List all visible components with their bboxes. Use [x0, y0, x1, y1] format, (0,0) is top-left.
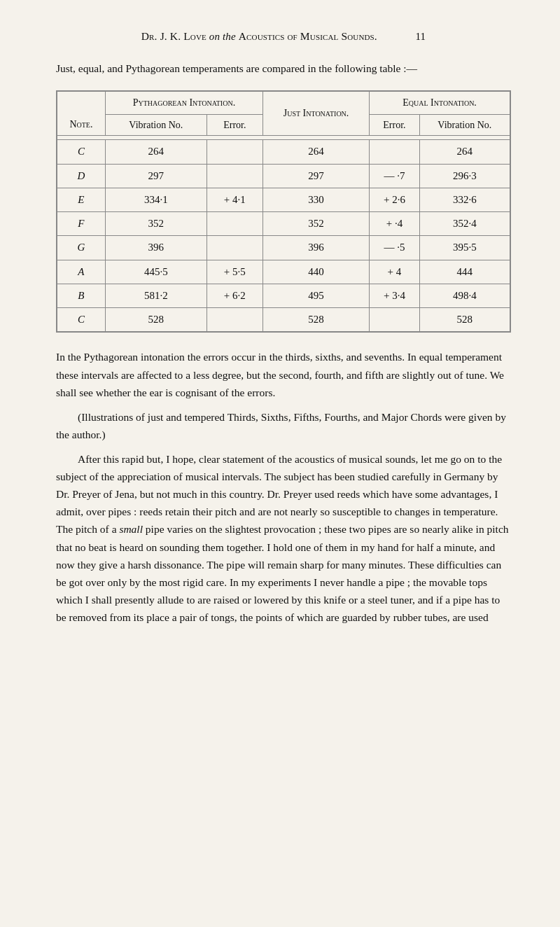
comparison-table: Note. Pythagorean Intonation. Just Inton… — [56, 90, 511, 333]
pyth-vibration-header: Vibration No. — [105, 114, 206, 136]
eq-vib-cell: 444 — [419, 260, 510, 284]
col-pythagorean: Pythagorean Intonation. — [105, 92, 262, 115]
table-row: B 581·2 + 6·2 495 + 3·4 498·4 — [57, 284, 510, 307]
eq-err-cell: + 3·4 — [370, 284, 420, 307]
pyth-error-header: Error. — [206, 114, 262, 136]
eq-vib-cell: 395·5 — [419, 236, 510, 260]
note-cell: F — [57, 212, 106, 236]
paragraph-2: (Illustrations of just and tempered Thir… — [56, 408, 511, 443]
note-cell: G — [57, 236, 106, 260]
eq-err-cell: + ·4 — [370, 212, 420, 236]
paragraph-3: After this rapid but, I hope, clear stat… — [56, 450, 511, 626]
pyth-err-cell — [206, 212, 262, 236]
eq-err-cell: + 2·6 — [370, 188, 420, 211]
pyth-err-cell — [206, 236, 262, 260]
pyth-vib-cell: 264 — [105, 140, 206, 164]
pyth-err-cell — [206, 140, 262, 164]
table-row: A 445·5 + 5·5 440 + 4 444 — [57, 260, 510, 284]
just-vib-cell: 396 — [262, 236, 369, 260]
note-cell: D — [57, 164, 106, 188]
table-row: E 334·1 + 4·1 330 + 2·6 332·6 — [57, 188, 510, 211]
eq-vibration-header: Vibration No. — [419, 114, 510, 136]
intro-paragraph: Just, equal, and Pythagorean temperament… — [56, 60, 511, 78]
pyth-vib-cell: 445·5 — [105, 260, 206, 284]
table-row: F 352 352 + ·4 352·4 — [57, 212, 510, 236]
eq-vib-cell: 528 — [419, 308, 510, 332]
pyth-err-cell: + 6·2 — [206, 284, 262, 307]
pyth-vib-cell: 396 — [105, 236, 206, 260]
page-number: 11 — [416, 31, 426, 42]
note-cell: B — [57, 284, 106, 307]
just-vib-cell: 352 — [262, 212, 369, 236]
eq-vib-cell: 352·4 — [419, 212, 510, 236]
pyth-err-cell — [206, 308, 262, 332]
table-row: C 264 264 264 — [57, 140, 510, 164]
col-equal: Equal Intonation. — [370, 92, 510, 115]
header-italic: on the — [209, 31, 239, 42]
just-vib-cell: 264 — [262, 140, 369, 164]
note-cell: C — [57, 308, 106, 332]
col-note: Note. — [57, 92, 106, 136]
pyth-vib-cell: 334·1 — [105, 188, 206, 211]
just-vib-cell: 330 — [262, 188, 369, 211]
table-row: G 396 396 — ·5 395·5 — [57, 236, 510, 260]
eq-vib-cell: 332·6 — [419, 188, 510, 211]
col-just: Just Intonation. — [262, 92, 369, 136]
header-title: Acoustics of Musical Sounds. — [239, 30, 377, 42]
pyth-vib-cell: 528 — [105, 308, 206, 332]
eq-error-header: Error. — [370, 114, 420, 136]
just-vib-cell: 440 — [262, 260, 369, 284]
eq-err-cell — [370, 140, 420, 164]
eq-err-cell: — ·7 — [370, 164, 420, 188]
note-cell: A — [57, 260, 106, 284]
eq-err-cell — [370, 308, 420, 332]
eq-err-cell: + 4 — [370, 260, 420, 284]
eq-vib-cell: 264 — [419, 140, 510, 164]
pyth-vib-cell: 297 — [105, 164, 206, 188]
pyth-err-cell: + 5·5 — [206, 260, 262, 284]
note-cell: C — [57, 140, 106, 164]
page-header: Dr. J. K. Love on the Acoustics of Music… — [56, 28, 511, 45]
eq-vib-cell: 296·3 — [419, 164, 510, 188]
just-vib-cell: 495 — [262, 284, 369, 307]
paragraph-1: In the Pythagorean intonation the errors… — [56, 348, 511, 400]
table-row: D 297 297 — ·7 296·3 — [57, 164, 510, 188]
pyth-vib-cell: 352 — [105, 212, 206, 236]
just-vib-cell: 528 — [262, 308, 369, 332]
pyth-vib-cell: 581·2 — [105, 284, 206, 307]
pyth-err-cell — [206, 164, 262, 188]
author-name: Dr. J. K. Love — [141, 30, 206, 42]
note-cell: E — [57, 188, 106, 211]
eq-vib-cell: 498·4 — [419, 284, 510, 307]
eq-err-cell: — ·5 — [370, 236, 420, 260]
pyth-err-cell: + 4·1 — [206, 188, 262, 211]
table-row: C 528 528 528 — [57, 308, 510, 332]
just-vib-cell: 297 — [262, 164, 369, 188]
